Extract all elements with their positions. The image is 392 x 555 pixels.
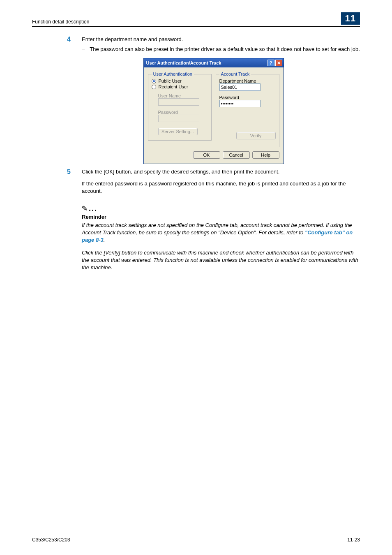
close-icon[interactable]: ✕: [275, 60, 282, 66]
reminder-block: ✎... Reminder If the account track setti…: [82, 204, 360, 271]
step-text: Enter the department name and password.: [82, 36, 360, 43]
reminder-body-2: Click the [Verify] button to communicate…: [82, 249, 360, 272]
cancel-button[interactable]: Cancel: [223, 151, 250, 159]
reminder-title: Reminder: [82, 214, 360, 220]
verify-button[interactable]: Verify: [236, 132, 276, 139]
user-auth-dialog: User Authentication/Account Track ? ✕ Us…: [143, 58, 284, 164]
server-setting-button: Server Setting...: [158, 128, 198, 135]
step-5: 5 Click the [OK] button, and specify the…: [67, 168, 360, 195]
step-number: 4: [67, 36, 73, 53]
radio-icon: [152, 85, 156, 89]
header-title: Function detail description: [32, 19, 89, 25]
step-4: 4 Enter the department name and password…: [67, 36, 360, 53]
step-paragraph: If the entered password is a password re…: [82, 180, 360, 195]
footer-left: C353/C253/C203: [32, 537, 70, 543]
step-number: 5: [67, 168, 73, 195]
radio-label: Recipient User: [159, 84, 188, 89]
user-authentication-group: User Authentication Public User Recipien…: [148, 74, 212, 141]
help-icon[interactable]: ?: [267, 60, 274, 66]
dialog-titlebar[interactable]: User Authentication/Account Track ? ✕: [144, 58, 284, 67]
bullet-dash: –: [82, 46, 85, 53]
recipient-user-radio[interactable]: Recipient User: [152, 84, 208, 89]
ellipsis-icon: ...: [89, 204, 97, 213]
dept-name-label: Department Name: [219, 79, 276, 83]
public-user-radio[interactable]: Public User: [152, 79, 208, 83]
step-text: Click the [OK] button, and specify the d…: [82, 168, 360, 176]
group-legend: Account Track: [219, 72, 251, 76]
account-track-group: Account Track Department Name Password V…: [216, 74, 279, 147]
account-password-field[interactable]: [219, 100, 261, 107]
user-name-label: User Name: [158, 93, 208, 98]
group-legend: User Authentication: [152, 72, 194, 76]
user-password-field: [158, 115, 199, 122]
account-password-label: Password: [219, 95, 276, 100]
department-name-field[interactable]: [219, 83, 261, 91]
sub-bullet: – The password can also be preset in the…: [82, 46, 360, 53]
user-name-field: [158, 98, 199, 106]
reminder-body-1: If the account track settings are not sp…: [82, 222, 360, 244]
password-label: Password: [158, 110, 208, 115]
help-button[interactable]: Help: [252, 151, 279, 159]
page-header: Function detail description 11: [32, 12, 360, 27]
ok-button[interactable]: OK: [193, 151, 220, 159]
main-content: 4 Enter the department name and password…: [67, 36, 360, 271]
footer-right: 11-23: [347, 537, 360, 543]
dialog-title: User Authentication/Account Track: [146, 60, 221, 65]
radio-label: Public User: [159, 79, 182, 83]
bullet-text: The password can also be preset in the p…: [90, 46, 360, 53]
pen-icon: ✎: [81, 204, 88, 213]
page-footer: C353/C253/C203 11-23: [32, 535, 360, 543]
radio-icon: [152, 79, 156, 83]
chapter-badge: 11: [341, 12, 360, 25]
